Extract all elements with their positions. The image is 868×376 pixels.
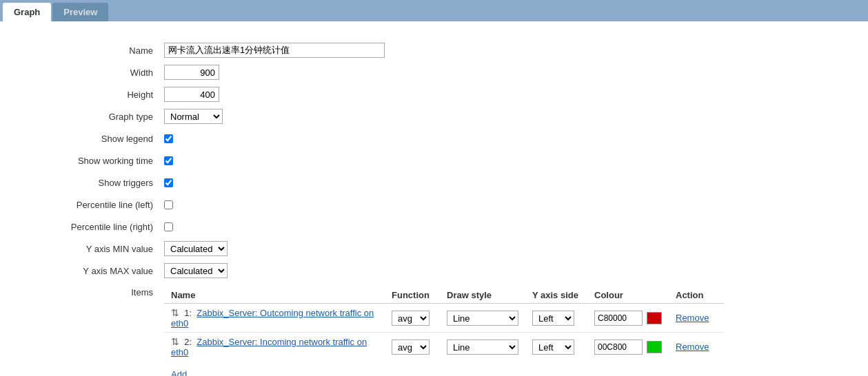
col-header-draw-style: Draw style	[440, 287, 525, 304]
show-triggers-checkbox[interactable]	[164, 178, 173, 187]
function-select-2[interactable]: avg min max all last	[392, 340, 430, 355]
items-row: Items Name Function Draw style Y axis si…	[21, 284, 847, 376]
tab-graph[interactable]: Graph	[3, 3, 51, 21]
table-row: ⇅ 2: Zabbix_Server: Incoming network tra…	[164, 333, 724, 362]
y-axis-max-row: Y axis MAX value Calculated Fixed Item	[21, 262, 847, 279]
show-triggers-label: Show triggers	[21, 178, 159, 188]
col-header-y-axis-side: Y axis side	[525, 287, 587, 304]
show-legend-row: Show legend	[21, 130, 847, 147]
percentile-left-label: Percentile line (left)	[21, 200, 159, 210]
col-header-colour: Colour	[587, 287, 669, 304]
height-label: Height	[21, 90, 159, 100]
items-table: Name Function Draw style Y axis side Col…	[164, 287, 724, 361]
show-working-time-checkbox[interactable]	[164, 156, 173, 165]
function-select-1[interactable]: avg min max all last	[392, 311, 430, 326]
items-table-wrapper: Name Function Draw style Y axis side Col…	[164, 287, 724, 376]
y-axis-min-row: Y axis MIN value Calculated Fixed Item	[21, 240, 847, 257]
colour-cell-2	[594, 340, 662, 355]
add-link[interactable]: Add	[171, 369, 187, 376]
percentile-left-checkbox[interactable]	[164, 200, 173, 209]
graph-type-row: Graph type Normal Stacked Pie Exploded	[21, 108, 847, 125]
sort-arrows-1[interactable]: ⇅	[171, 307, 179, 318]
tab-bar: Graph Preview	[0, 0, 868, 21]
name-label: Name	[21, 45, 159, 56]
name-row: Name	[21, 42, 847, 59]
col-header-function: Function	[385, 287, 440, 304]
show-working-time-row: Show working time	[21, 152, 847, 169]
y-axis-min-select[interactable]: Calculated Fixed Item	[164, 241, 228, 256]
percentile-right-checkbox[interactable]	[164, 222, 173, 231]
width-input[interactable]	[164, 65, 219, 80]
remove-button-2[interactable]: Remove	[676, 342, 709, 352]
width-row: Width	[21, 64, 847, 81]
colour-box-2[interactable]	[647, 341, 662, 353]
col-header-action: Action	[669, 287, 724, 304]
graph-type-select[interactable]: Normal Stacked Pie Exploded	[164, 109, 223, 124]
percentile-right-row: Percentile line (right)	[21, 218, 847, 235]
form-section: Name Width Height Graph type Normal Stac…	[0, 35, 868, 376]
graph-type-label: Graph type	[21, 112, 159, 122]
sort-arrows-2[interactable]: ⇅	[171, 336, 179, 347]
col-header-name: Name	[164, 287, 385, 304]
y-axis-min-label: Y axis MIN value	[21, 244, 159, 254]
show-working-time-label: Show working time	[21, 156, 159, 166]
show-triggers-row: Show triggers	[21, 174, 847, 191]
item-link-2[interactable]: Zabbix_Server: Incoming network traffic …	[171, 337, 367, 357]
item-link-1[interactable]: Zabbix_Server: Outcoming network traffic…	[171, 308, 374, 328]
main-content: Name Width Height Graph type Normal Stac…	[0, 21, 868, 376]
width-label: Width	[21, 67, 159, 78]
tab-preview[interactable]: Preview	[52, 3, 108, 21]
items-label: Items	[21, 284, 159, 297]
show-legend-label: Show legend	[21, 134, 159, 144]
y-axis-max-label: Y axis MAX value	[21, 266, 159, 276]
percentile-right-label: Percentile line (right)	[21, 222, 159, 232]
height-row: Height	[21, 86, 847, 103]
colour-input-1[interactable]	[594, 311, 643, 326]
draw-style-select-2[interactable]: Line Filled region Bold line Dot Dashed …	[447, 340, 518, 355]
height-input[interactable]	[164, 87, 219, 102]
y-axis-side-select-2[interactable]: Left Right	[532, 340, 574, 355]
show-legend-checkbox[interactable]	[164, 134, 173, 143]
colour-box-1[interactable]	[647, 312, 662, 324]
colour-cell-1	[594, 311, 662, 326]
y-axis-max-select[interactable]: Calculated Fixed Item	[164, 263, 228, 278]
y-axis-side-select-1[interactable]: Left Right	[532, 311, 574, 326]
remove-button-1[interactable]: Remove	[676, 313, 709, 323]
table-row: ⇅ 1: Zabbix_Server: Outcoming network tr…	[164, 304, 724, 333]
percentile-left-row: Percentile line (left)	[21, 196, 847, 213]
colour-input-2[interactable]	[594, 340, 643, 355]
name-input[interactable]	[164, 43, 385, 58]
draw-style-select-1[interactable]: Line Filled region Bold line Dot Dashed …	[447, 311, 518, 326]
